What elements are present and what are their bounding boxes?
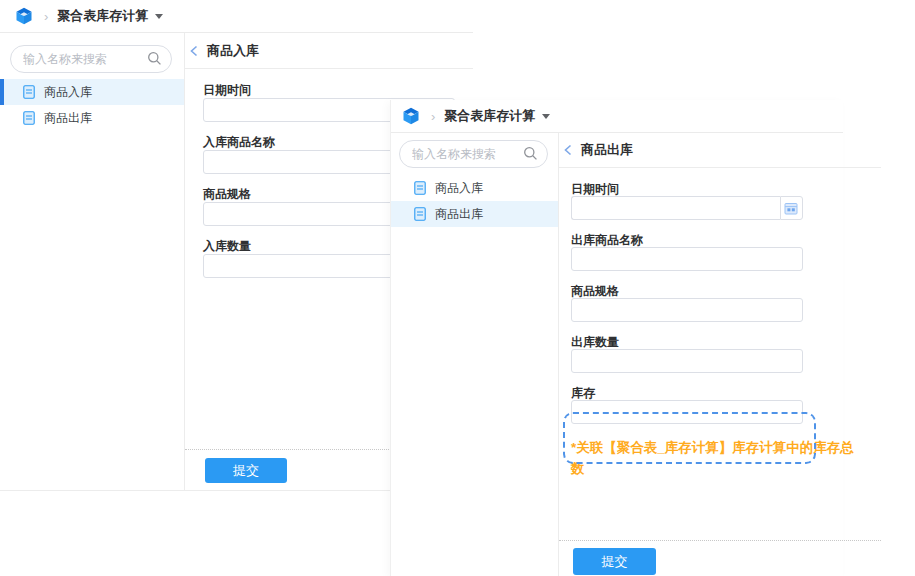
sidebar-search	[10, 45, 172, 73]
sidebar-item-label: 商品入库	[44, 84, 92, 101]
datetime-input[interactable]	[571, 196, 780, 220]
sidebar-item-label: 商品入库	[435, 180, 483, 197]
inventory-annotation-note: *关联【聚合表_库存计算】库存计算中的库存总数	[571, 437, 863, 479]
app-logo-cube-icon[interactable]	[401, 106, 421, 126]
panel-title: 商品出库	[581, 141, 633, 159]
panel-header: 商品出库	[559, 133, 881, 168]
outbound-product-name-input[interactable]	[571, 247, 803, 271]
topbar: › 聚合表库存计算	[0, 0, 473, 33]
calendar-icon	[784, 201, 798, 215]
panel-title: 商品入库	[207, 42, 259, 60]
back-chevron-icon[interactable]	[562, 143, 576, 157]
sidebar-item-stock-in[interactable]: 商品入库	[391, 175, 558, 201]
submit-button[interactable]: 提交	[205, 458, 287, 483]
document-icon	[414, 207, 426, 221]
field-label: 日期时间	[203, 82, 455, 98]
screenshot-canvas: › 聚合表库存计算	[0, 0, 915, 576]
sidebar-item-stock-out[interactable]: 商品出库	[391, 201, 558, 227]
sidebar-item-label: 商品出库	[435, 206, 483, 223]
stock-out-form: 日期时间	[559, 168, 881, 479]
app-logo-cube-icon[interactable]	[14, 6, 34, 26]
form-list-sidebar: 商品入库 商品出库	[391, 133, 559, 576]
sidebar-item-stock-out[interactable]: 商品出库	[0, 105, 184, 131]
panel-footer: 提交	[559, 540, 881, 576]
field-inventory: 库存	[571, 386, 863, 424]
sidebar-search	[399, 140, 548, 168]
form-list-sidebar: 商品入库 商品出库	[0, 33, 185, 490]
topbar: › 聚合表库存计算	[391, 100, 843, 133]
calendar-picker-button[interactable]	[780, 196, 803, 220]
field-product-spec: 商品规格	[571, 284, 863, 322]
outbound-quantity-input[interactable]	[571, 349, 803, 373]
breadcrumb-chevron-icon: ›	[431, 109, 435, 124]
document-icon	[23, 85, 35, 99]
breadcrumb-title[interactable]: 聚合表库存计算	[57, 7, 148, 25]
document-icon	[23, 111, 35, 125]
field-datetime: 日期时间	[571, 182, 863, 220]
inventory-input[interactable]	[571, 400, 803, 424]
sidebar-item-stock-in[interactable]: 商品入库	[0, 79, 184, 105]
field-label: 库存	[571, 386, 863, 400]
selected-indicator-bar	[0, 79, 4, 105]
caret-down-icon[interactable]	[542, 114, 550, 119]
product-spec-input[interactable]	[571, 298, 803, 322]
search-icon[interactable]	[523, 146, 538, 164]
field-label: 商品规格	[571, 284, 863, 298]
field-label: 出库商品名称	[571, 233, 863, 247]
back-chevron-icon[interactable]	[188, 44, 202, 58]
field-outbound-quantity: 出库数量	[571, 335, 863, 373]
caret-down-icon[interactable]	[155, 14, 163, 19]
form-panel: 商品出库 日期时间	[559, 133, 881, 576]
sidebar-item-label: 商品出库	[44, 110, 92, 127]
document-icon	[414, 181, 426, 195]
stock-out-window: › 聚合表库存计算	[390, 100, 843, 576]
field-label: 日期时间	[571, 182, 863, 196]
field-outbound-product-name: 出库商品名称	[571, 233, 863, 271]
panel-header: 商品入库	[185, 33, 473, 69]
breadcrumb-chevron-icon: ›	[44, 9, 48, 24]
submit-button[interactable]: 提交	[573, 548, 656, 575]
breadcrumb-title[interactable]: 聚合表库存计算	[444, 107, 535, 125]
field-label: 出库数量	[571, 335, 863, 349]
search-icon[interactable]	[147, 51, 162, 69]
